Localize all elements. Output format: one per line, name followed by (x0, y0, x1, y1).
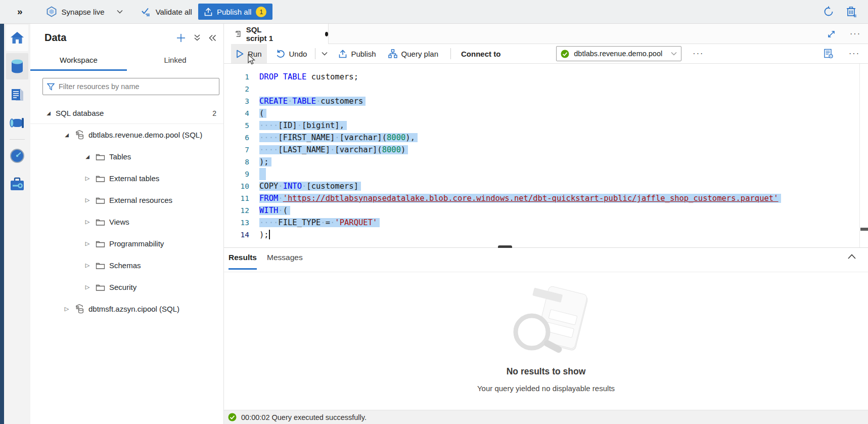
line-number: 6 (224, 132, 249, 144)
code-lines: 1DROP TABLE customers;23CREATE·TABLE·cus… (224, 64, 868, 241)
tree-item-sql-database[interactable]: ◢SQL database2 (30, 102, 223, 124)
nav-monitor-button[interactable] (6, 143, 28, 169)
tree-twistie-icon[interactable]: ▷ (83, 219, 92, 225)
code-line-12[interactable]: 12WITH·( (224, 204, 868, 217)
synapse-live-selector[interactable]: Synapse live (46, 6, 105, 17)
integrate-pipeline-icon (9, 116, 25, 130)
validate-all-button[interactable]: Validate all (141, 7, 192, 16)
line-number: 10 (224, 180, 249, 192)
code-line-4[interactable]: 4( (224, 107, 868, 119)
code-line-2[interactable]: 2 (224, 83, 868, 95)
query-plan-button[interactable]: Query plan (383, 44, 443, 63)
tab-results[interactable]: Results (229, 253, 257, 270)
tree-item-tables[interactable]: ◢Tables (30, 146, 223, 167)
tree-item-dbtlabs-revenue-demo-pool-sql-[interactable]: ◢dbtlabs.revenue.demo.pool (SQL) (30, 124, 223, 146)
nav-data-button[interactable] (6, 53, 28, 79)
folder-icon (96, 262, 105, 270)
connect-to-pool-dropdown[interactable]: dbtlabs.revenue.demo.pool (556, 46, 681, 61)
tree-item-views[interactable]: ▷Views (30, 211, 223, 233)
tree-item-security[interactable]: ▷Security (30, 276, 223, 298)
tree-twistie-icon[interactable]: ◢ (83, 154, 92, 159)
code-line-11[interactable]: 11FROM·'https://dbtlabsynapsedatalake.bl… (224, 192, 868, 204)
mode-chevron-down-icon[interactable] (117, 10, 123, 14)
nav-integrate-button[interactable] (6, 110, 28, 136)
line-number: 11 (224, 192, 249, 204)
tree-twistie-icon[interactable]: ▷ (83, 240, 92, 247)
results-panel: Results Messages (224, 248, 868, 410)
collapse-panel-icon[interactable] (209, 34, 216, 41)
run-options-chevron-icon[interactable] (318, 52, 331, 56)
tab-messages[interactable]: Messages (267, 253, 303, 268)
tree-twistie-icon[interactable]: ◢ (44, 110, 53, 116)
collapse-results-chevron-icon[interactable] (848, 254, 856, 259)
main-area: SQL script 1 ··· Run Undo (224, 24, 868, 424)
expand-editor-icon[interactable] (827, 30, 836, 38)
toolbar-more-actions-icon[interactable]: ··· (693, 51, 704, 56)
run-play-icon (236, 50, 244, 58)
line-number: 3 (224, 95, 249, 107)
add-resource-icon[interactable] (176, 33, 186, 43)
tab-linked[interactable]: Linked (127, 52, 223, 71)
tree-item-dbtmsft-azsyn-cipool-sql-[interactable]: ▷dbtmsft.azsyn.cipool (SQL) (30, 298, 223, 320)
nav-home-button[interactable] (6, 25, 28, 51)
collapse-all-icon[interactable] (194, 34, 201, 41)
data-panel-tabs: Workspace Linked (30, 52, 223, 71)
tree-twistie-icon[interactable]: ◢ (63, 132, 71, 138)
publish-all-button[interactable]: Publish all 1 (198, 4, 272, 20)
nav-develop-button[interactable] (6, 81, 28, 108)
line-number: 7 (224, 144, 249, 156)
tree-twistie-icon[interactable]: ▷ (83, 284, 92, 290)
code-line-1[interactable]: 1DROP TABLE customers; (224, 71, 868, 83)
undo-button[interactable]: Undo (271, 44, 312, 63)
code-line-7[interactable]: 7····[LAST_NAME]·[varchar](8000) (224, 144, 868, 156)
tab-sql-script-1[interactable]: SQL script 1 (224, 24, 329, 44)
panel-title: Data (44, 32, 66, 44)
properties-icon[interactable] (824, 49, 834, 59)
run-button[interactable]: Run (231, 44, 267, 63)
code-line-10[interactable]: 10COPY·INTO·[customers] (224, 180, 868, 192)
folder-icon (96, 153, 105, 161)
folder-icon (96, 175, 105, 183)
left-edge-strip (0, 24, 4, 424)
synapse-logo-icon (46, 6, 57, 17)
tree-twistie-icon[interactable]: ▷ (83, 197, 92, 203)
editor-more-actions-icon[interactable]: ··· (849, 51, 860, 56)
tree-item-schemas[interactable]: ▷Schemas (30, 255, 223, 276)
expand-menu-chevrons[interactable]: » (17, 6, 23, 17)
connected-check-icon (561, 50, 569, 58)
discard-trash-icon[interactable] (846, 6, 857, 17)
tree-item-external-resources[interactable]: ▷External resources (30, 189, 223, 211)
code-line-3[interactable]: 3CREATE·TABLE·customers (224, 95, 868, 107)
undo-label: Undo (289, 50, 307, 58)
tab-more-actions-icon[interactable]: ··· (850, 31, 861, 36)
tree-twistie-icon[interactable]: ▷ (63, 306, 71, 312)
tree-twistie-icon[interactable]: ▷ (83, 262, 92, 269)
validate-check-icon (141, 7, 152, 16)
tree-item-external-tables[interactable]: ▷External tables (30, 167, 223, 189)
code-line-9[interactable]: 9 (224, 168, 868, 180)
line-number: 5 (224, 119, 249, 132)
tab-workspace[interactable]: Workspace (30, 52, 127, 71)
tree-twistie-icon[interactable]: ▷ (83, 175, 92, 182)
code-line-6[interactable]: 6····[FIRST_NAME]·[varchar](8000), (224, 132, 868, 144)
sql-code-editor[interactable]: 1DROP TABLE customers;23CREATE·TABLE·cus… (224, 64, 868, 247)
filter-funnel-icon (47, 83, 55, 91)
tree-item-label: Schemas (109, 261, 141, 270)
refresh-icon[interactable] (823, 6, 834, 17)
tree-item-label: SQL database (56, 109, 104, 117)
database-icon (75, 304, 84, 314)
rail-divider (10, 139, 25, 140)
empty-state-title: No results to show (224, 366, 868, 377)
filter-resources-input[interactable] (59, 82, 215, 91)
code-line-14[interactable]: 14); (224, 229, 868, 241)
toolbar-divider (450, 48, 451, 59)
code-line-13[interactable]: 13····FILE_TYPE·=·'PARQUET' (224, 217, 868, 229)
tree-item-programmability[interactable]: ▷Programmability (30, 233, 223, 255)
code-line-8[interactable]: 8); (224, 156, 868, 168)
toolbar-divider (315, 48, 315, 59)
home-icon (10, 31, 25, 45)
folder-icon (96, 240, 105, 248)
publish-button[interactable]: Publish (334, 44, 381, 63)
nav-manage-button[interactable] (6, 171, 28, 197)
code-line-5[interactable]: 5····[ID]·[bigint], (224, 119, 868, 132)
